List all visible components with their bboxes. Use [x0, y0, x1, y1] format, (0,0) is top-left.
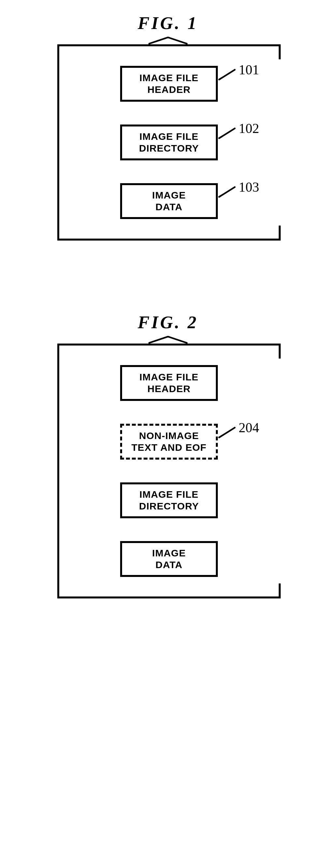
fig1-leader-0: 101	[218, 68, 259, 81]
fig1-leader-2: 103	[218, 185, 259, 198]
fig2-box-directory: IMAGE FILEDIRECTORY	[120, 483, 218, 518]
fig2-box-nonimage: NON-IMAGETEXT AND EOF	[120, 424, 218, 460]
figure-1: FIG. 1 IMAGE FILEHEADER 101 I	[57, 13, 279, 241]
fig2-row-3: IMAGEDATA	[72, 541, 266, 577]
fig1-box-directory: IMAGE FILEDIRECTORY	[120, 125, 218, 160]
fig1-row-1: IMAGE FILEDIRECTORY 102	[72, 125, 266, 160]
fig1-ref-0: 101	[239, 62, 259, 78]
fig1-box-directory-label: IMAGE FILEDIRECTORY	[139, 131, 199, 154]
figure-2: FIG. 2 IMAGE FILEHEADER NON-IMAGETEXT AN…	[57, 312, 279, 598]
fig1-row-0: IMAGE FILEHEADER 101	[72, 66, 266, 102]
fig1-ref-2: 103	[239, 179, 259, 195]
fig2-row-2: IMAGE FILEDIRECTORY	[72, 483, 266, 518]
figure-1-frame: IMAGE FILEHEADER 101 IMAGE FILEDIRECTORY	[57, 44, 279, 241]
fig1-row-2: IMAGEDATA 103	[72, 183, 266, 219]
fig1-box-data-label: IMAGEDATA	[152, 189, 186, 213]
fig2-box-data-label: IMAGEDATA	[152, 547, 186, 571]
fig2-leader-1: 204	[218, 426, 259, 439]
fig2-row-0: IMAGE FILEHEADER	[72, 365, 266, 401]
figure-2-frame: IMAGE FILEHEADER NON-IMAGETEXT AND EOF 2…	[57, 344, 279, 598]
fig2-box-directory-label: IMAGE FILEDIRECTORY	[139, 489, 199, 512]
fig1-box-header-label: IMAGE FILEHEADER	[139, 72, 199, 95]
fig2-box-header: IMAGE FILEHEADER	[120, 365, 218, 401]
fig1-box-header: IMAGE FILEHEADER	[120, 66, 218, 102]
figure-1-title: FIG. 1	[57, 13, 279, 33]
fig1-leader-1: 102	[218, 126, 259, 140]
fig2-box-data: IMAGEDATA	[120, 541, 218, 577]
fig2-box-nonimage-label: NON-IMAGETEXT AND EOF	[132, 430, 207, 454]
fig2-row-1: NON-IMAGETEXT AND EOF 204	[72, 424, 266, 460]
fig2-box-header-label: IMAGE FILEHEADER	[139, 371, 199, 395]
figure-2-title: FIG. 2	[57, 312, 279, 333]
figure-1-brace	[57, 36, 279, 44]
figure-2-brace	[57, 336, 279, 344]
fig1-ref-1: 102	[239, 121, 259, 136]
fig1-box-data: IMAGEDATA	[120, 183, 218, 219]
fig2-ref-1: 204	[239, 420, 259, 435]
